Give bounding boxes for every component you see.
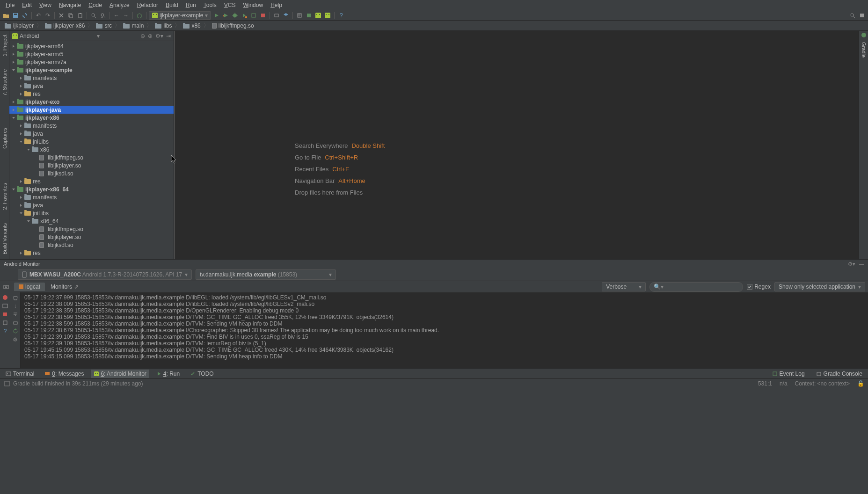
scroll-end-icon[interactable]: ↓: [14, 303, 17, 309]
stop-icon[interactable]: [259, 11, 267, 20]
tree-row[interactable]: manifests: [9, 122, 174, 130]
bottom-tool-gradle-console[interactable]: Gradle Console: [813, 370, 865, 378]
menu-file[interactable]: File: [2, 1, 18, 9]
tree-row[interactable]: libijkplayer.so: [9, 233, 174, 241]
settings-icon[interactable]: ⚙: [13, 336, 18, 343]
tree-row[interactable]: ijkplayer-armv7a: [9, 58, 174, 66]
editor-area[interactable]: Search EverywhereDouble ShiftGo to FileC…: [174, 31, 859, 259]
coverage-icon[interactable]: [240, 11, 248, 20]
panel-title[interactable]: Android: [20, 33, 39, 39]
breadcrumb-item[interactable]: libs: [153, 22, 174, 29]
run-icon[interactable]: [212, 11, 220, 20]
menu-code[interactable]: Code: [85, 1, 106, 9]
tree-row[interactable]: ijkplayer-example: [9, 66, 174, 74]
minimize-icon[interactable]: —: [859, 261, 864, 267]
gradle-sync-icon[interactable]: [305, 11, 313, 20]
tree-row[interactable]: res: [9, 249, 174, 257]
tree-row[interactable]: libijksdl.so: [9, 241, 174, 249]
project-tool-button[interactable]: 1: Project: [2, 33, 7, 58]
tree-row[interactable]: ijkplayer-x86: [9, 114, 174, 122]
help-icon[interactable]: ?: [337, 11, 345, 20]
open-icon[interactable]: [2, 11, 10, 20]
monitors-tab[interactable]: Monitors ⇗: [46, 283, 83, 291]
tree-row[interactable]: ijkplayer-x86_64: [9, 185, 174, 193]
gear-icon[interactable]: ⚙▾: [155, 33, 163, 39]
build-variants-tool-button[interactable]: Build Variants: [2, 221, 7, 256]
log-filter-select[interactable]: Show only selected application▾: [774, 282, 865, 291]
search-everywhere-icon[interactable]: [848, 11, 857, 20]
cut-icon[interactable]: [57, 11, 66, 20]
captures-tool-button[interactable]: Captures: [2, 126, 7, 151]
tree-row[interactable]: x86_64: [9, 217, 174, 225]
structure-tool-button[interactable]: 7: Structure: [2, 67, 7, 98]
log-search-input[interactable]: 🔍▾: [649, 282, 743, 292]
menu-window[interactable]: Window: [239, 1, 267, 9]
tree-row[interactable]: x86: [9, 145, 174, 153]
tree-row[interactable]: java: [9, 82, 174, 90]
system-info-icon[interactable]: [2, 303, 8, 309]
tree-row[interactable]: manifests: [9, 193, 174, 201]
breadcrumb-item[interactable]: x86: [181, 22, 202, 29]
process-select[interactable]: tv.danmaku.ijk.media.example (15853) ▾: [196, 269, 336, 280]
soft-wrap-icon[interactable]: [12, 311, 19, 318]
tree-row[interactable]: ijkplayer-java: [9, 106, 174, 114]
regex-checkbox[interactable]: Regex: [747, 283, 771, 290]
back-icon[interactable]: ←: [112, 11, 121, 20]
tree-row[interactable]: libijksdl.so: [9, 169, 174, 177]
help2-icon[interactable]: ?: [4, 328, 7, 334]
encoding[interactable]: n/a: [780, 380, 788, 387]
bottom-tool----run[interactable]: 4: Run: [154, 370, 182, 378]
save-icon[interactable]: [11, 11, 20, 20]
menu-edit[interactable]: Edit: [18, 1, 36, 9]
android-icon-tb[interactable]: [314, 11, 322, 20]
breadcrumb-item[interactable]: src: [94, 22, 114, 29]
project-struct-icon[interactable]: [295, 11, 304, 20]
redo-icon[interactable]: ↷: [44, 11, 52, 20]
make-icon[interactable]: [135, 11, 144, 20]
avd-icon[interactable]: [272, 11, 281, 20]
tree-row[interactable]: ijkplayer-arm64: [9, 42, 174, 50]
context[interactable]: Context: <no context>: [795, 380, 850, 387]
menu-tools[interactable]: Tools: [200, 1, 220, 9]
sdk-icon[interactable]: [282, 11, 290, 20]
bottom-tool-event-log[interactable]: Event Log: [769, 370, 808, 378]
tree-row[interactable]: ijkplayer-exo: [9, 98, 174, 106]
record-icon[interactable]: [2, 294, 8, 301]
log-level-select[interactable]: Verbose▾: [602, 282, 646, 291]
attach-icon[interactable]: [249, 11, 258, 20]
lock-icon[interactable]: 🔓: [857, 380, 864, 387]
terminate-icon[interactable]: [2, 311, 8, 318]
tree-row[interactable]: jniLibs: [9, 209, 174, 217]
run-config-select[interactable]: ijkplayer-example ▾: [149, 11, 211, 20]
tree-row[interactable]: ijkplayer-armv5: [9, 50, 174, 58]
camera-icon[interactable]: [3, 283, 13, 290]
debug-icon[interactable]: [231, 11, 239, 20]
device-select[interactable]: MBX WASU_A200C Android 1.7.3-R-20140725.…: [18, 269, 192, 280]
toggle-panel-icon[interactable]: [858, 11, 866, 20]
bottom-tool-todo[interactable]: TODO: [187, 370, 216, 378]
log-output[interactable]: 05-17 19:22:37.999 15853-15853/tv.danmak…: [21, 292, 868, 368]
clear-icon[interactable]: [12, 294, 19, 301]
android-icon-tb2[interactable]: [323, 11, 332, 20]
tree-row[interactable]: libijkplayer.so: [9, 161, 174, 169]
forward-icon[interactable]: →: [122, 11, 130, 20]
print-icon[interactable]: [12, 320, 19, 326]
gradle-tool-button[interactable]: Gradle: [861, 40, 867, 59]
copy-icon[interactable]: [66, 11, 75, 20]
tree-row[interactable]: java: [9, 130, 174, 138]
gear-icon[interactable]: ⚙▾: [848, 261, 855, 267]
dump-icon[interactable]: [2, 320, 8, 326]
tree-row[interactable]: libijkffmpeg.so: [9, 225, 174, 233]
apply-icon[interactable]: [221, 11, 230, 20]
menu-build[interactable]: Build: [162, 1, 182, 9]
menu-view[interactable]: View: [36, 1, 55, 9]
menu-navigate[interactable]: Navigate: [55, 1, 85, 9]
menu-help[interactable]: Help: [267, 1, 286, 9]
bottom-tool-terminal[interactable]: Terminal: [3, 370, 37, 378]
paste-icon[interactable]: [76, 11, 84, 20]
breadcrumb-item[interactable]: main: [121, 22, 146, 29]
collapse-icon[interactable]: ⊖: [140, 33, 145, 39]
tree-row[interactable]: java: [9, 201, 174, 209]
menu-vcs[interactable]: VCS: [220, 1, 240, 9]
breadcrumb-item[interactable]: ijkplayer-x86: [43, 22, 87, 29]
